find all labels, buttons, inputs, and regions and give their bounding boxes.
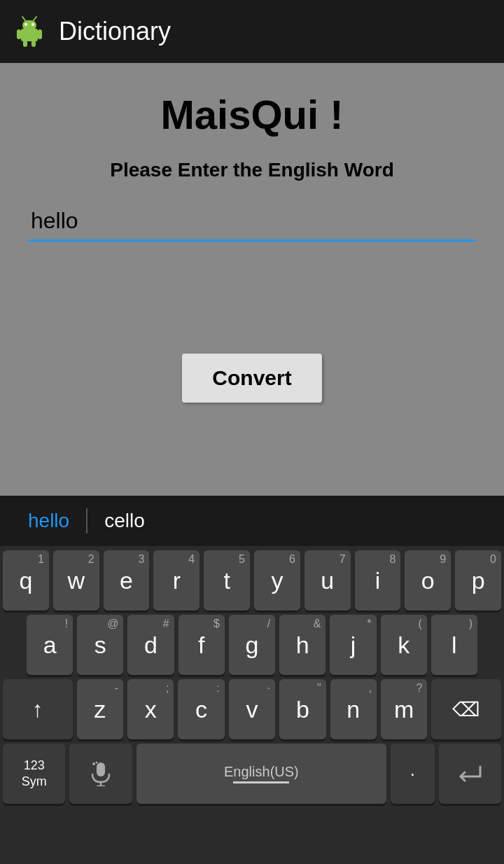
app-title: Dictionary — [59, 17, 171, 46]
word-input[interactable] — [28, 202, 476, 242]
key-a[interactable]: !a — [27, 615, 73, 675]
svg-point-14 — [92, 762, 95, 765]
svg-rect-7 — [17, 29, 21, 39]
main-content: MaisQui ! Please Enter the English Word … — [0, 63, 504, 496]
suggestion-hello[interactable]: hello — [14, 510, 83, 532]
key-k[interactable]: (k — [381, 615, 427, 675]
sym-key[interactable]: 123 Sym — [3, 744, 65, 804]
key-j[interactable]: *j — [330, 615, 376, 675]
key-row-3: ↑ -z ;x :c ·v "b ,n ?m ⌫ — [3, 679, 501, 739]
android-icon — [11, 13, 48, 50]
svg-rect-9 — [23, 40, 27, 47]
svg-rect-8 — [38, 29, 42, 39]
key-o[interactable]: 9o — [405, 550, 451, 611]
key-y[interactable]: 6y — [254, 550, 300, 611]
svg-point-3 — [24, 23, 27, 26]
svg-rect-10 — [31, 40, 36, 47]
backspace-key[interactable]: ⌫ — [431, 679, 501, 739]
top-bar: Dictionary — [0, 0, 504, 63]
key-q[interactable]: 1q — [3, 550, 49, 611]
key-g[interactable]: /g — [229, 615, 275, 675]
key-b[interactable]: "b — [279, 679, 326, 739]
key-i[interactable]: 8i — [355, 550, 401, 611]
shift-key[interactable]: ↑ — [3, 679, 73, 739]
key-d[interactable]: #d — [127, 615, 174, 675]
svg-rect-11 — [97, 762, 105, 776]
key-x[interactable]: ;x — [127, 679, 174, 739]
microphone-icon — [90, 761, 112, 786]
space-key[interactable]: English(US) — [136, 744, 386, 804]
key-u[interactable]: 7u — [304, 550, 351, 611]
convert-button[interactable]: Convert — [182, 354, 322, 403]
keyboard: 1q 2w 3e 4r 5t 6y 7u 8i 9o 0p !a @s #d $… — [0, 546, 504, 864]
key-row-2: !a @s #d $f /g &h *j (k )l — [3, 615, 501, 675]
suggestion-cello[interactable]: cello — [90, 510, 159, 532]
key-m[interactable]: ?m — [381, 679, 427, 739]
suggestion-divider — [86, 508, 88, 534]
key-n[interactable]: ,n — [330, 679, 377, 739]
key-p[interactable]: 0p — [455, 550, 501, 611]
key-z[interactable]: -z — [77, 679, 123, 739]
key-f[interactable]: $f — [178, 615, 225, 675]
key-r[interactable]: 4r — [153, 550, 200, 611]
key-e[interactable]: 3e — [104, 550, 150, 611]
key-t[interactable]: 5t — [204, 550, 250, 611]
suggestion-bar: hello cello — [0, 496, 504, 546]
word-input-container — [28, 202, 476, 242]
period-key[interactable]: · — [391, 744, 435, 804]
key-row-4: 123 Sym English(US) · — [3, 744, 501, 804]
key-w[interactable]: 2w — [53, 550, 99, 611]
app-name: MaisQui ! — [160, 91, 343, 138]
key-l[interactable]: )l — [431, 615, 477, 675]
svg-point-4 — [31, 23, 34, 26]
key-row-1: 1q 2w 3e 4r 5t 6y 7u 8i 9o 0p — [3, 550, 501, 611]
return-icon — [456, 764, 483, 783]
svg-point-15 — [96, 762, 98, 764]
key-c[interactable]: :c — [178, 679, 224, 739]
key-v[interactable]: ·v — [229, 679, 275, 739]
key-h[interactable]: &h — [279, 615, 326, 675]
mic-key[interactable] — [69, 744, 132, 804]
key-s[interactable]: @s — [77, 615, 123, 675]
svg-rect-1 — [21, 29, 38, 41]
return-key[interactable] — [439, 744, 501, 804]
svg-rect-2 — [22, 20, 36, 30]
instruction-label: Please Enter the English Word — [110, 159, 394, 181]
